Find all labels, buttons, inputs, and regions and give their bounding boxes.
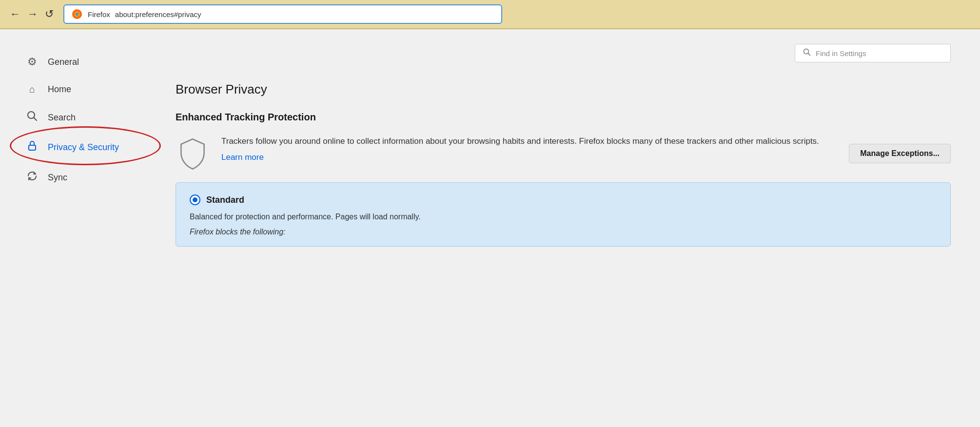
standard-header: Standard (190, 194, 937, 205)
sidebar-label-home: Home (48, 84, 71, 95)
tracking-protection-row: Trackers follow you around online to col… (176, 135, 951, 173)
sidebar-item-general[interactable]: ⚙ General (20, 49, 146, 75)
firefox-logo-icon (71, 8, 83, 20)
nav-buttons: ← → ↺ (10, 9, 54, 19)
tracking-description-block: Trackers follow you around online to col… (221, 135, 829, 162)
home-icon: ⌂ (25, 84, 39, 95)
search-icon (25, 111, 39, 124)
forward-button[interactable]: → (27, 9, 38, 19)
find-settings-placeholder: Find in Settings (816, 49, 866, 58)
svg-point-2 (76, 13, 78, 16)
tracking-description: Trackers follow you around online to col… (221, 135, 829, 148)
sidebar-label-privacy: Privacy & Security (48, 142, 119, 153)
sidebar-label-search: Search (48, 113, 76, 123)
sidebar-label-sync: Sync (48, 173, 67, 183)
sidebar-item-sync[interactable]: Sync (20, 163, 146, 192)
manage-exceptions-button[interactable]: Manage Exceptions... (849, 144, 951, 163)
sidebar-item-home[interactable]: ⌂ Home (20, 77, 146, 102)
tracking-section-title: Enhanced Tracking Protection (176, 112, 951, 123)
reload-button[interactable]: ↺ (45, 9, 54, 19)
standard-radio[interactable] (190, 194, 200, 205)
radio-dot (193, 197, 197, 202)
learn-more-link[interactable]: Learn more (221, 153, 264, 162)
shield-icon (176, 136, 210, 173)
lock-icon (25, 140, 39, 155)
site-name: Firefox (88, 10, 110, 19)
find-settings-container: Find in Settings (176, 44, 951, 62)
content-area: Find in Settings Browser Privacy Enhance… (146, 29, 980, 427)
find-search-icon (803, 48, 811, 58)
sync-icon (25, 170, 39, 185)
address-bar[interactable]: Firefox about:preferences#privacy (63, 4, 502, 24)
standard-option-box: Standard Balanced for protection and per… (176, 182, 951, 247)
sidebar-label-general: General (48, 57, 79, 67)
browser-chrome: ← → ↺ Firefox about:preferences#privacy (0, 0, 980, 29)
sidebar-item-privacy[interactable]: Privacy & Security (20, 133, 146, 161)
standard-blocks-label: Firefox blocks the following: (190, 228, 937, 236)
gear-icon: ⚙ (25, 56, 39, 68)
back-button[interactable]: ← (10, 9, 20, 19)
sidebar: ⚙ General ⌂ Home Search (0, 29, 146, 427)
find-settings-input[interactable]: Find in Settings (795, 44, 951, 62)
svg-rect-5 (29, 145, 36, 150)
svg-line-7 (808, 54, 810, 56)
standard-description: Balanced for protection and performance.… (190, 211, 937, 223)
main-layout: ⚙ General ⌂ Home Search (0, 29, 980, 427)
url-display: about:preferences#privacy (115, 10, 494, 19)
sidebar-item-search[interactable]: Search (20, 104, 146, 131)
svg-line-4 (34, 118, 37, 121)
standard-label: Standard (206, 195, 244, 205)
page-title: Browser Privacy (176, 82, 951, 97)
